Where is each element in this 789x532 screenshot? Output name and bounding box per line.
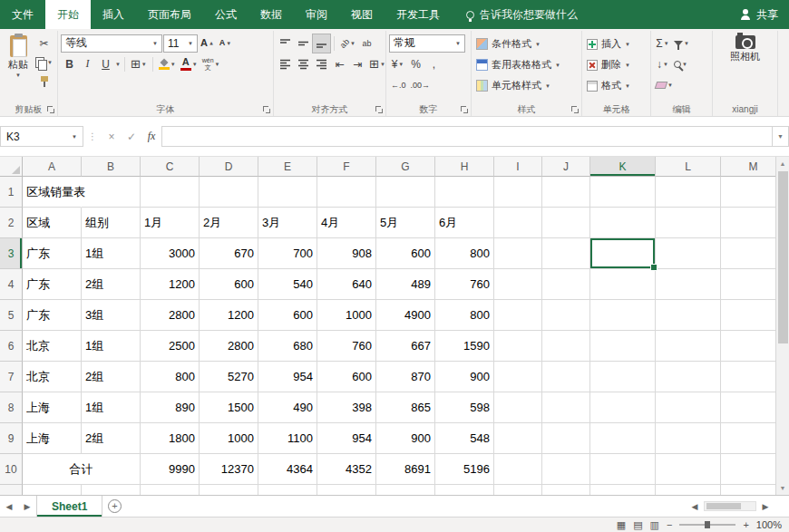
cell-B7[interactable]: 2组 <box>82 362 141 392</box>
conditional-formatting-button[interactable]: 条件格式▼ <box>474 34 542 53</box>
horizontal-scrollbar-thumb[interactable] <box>706 503 741 509</box>
cell-E9[interactable]: 1100 <box>258 423 317 454</box>
cell-C7[interactable]: 800 <box>141 362 200 392</box>
column-header-L[interactable]: L <box>656 157 721 177</box>
share-button[interactable]: 共享 <box>740 0 789 29</box>
scroll-down-icon[interactable]: ▼ <box>780 482 786 494</box>
cell-J11[interactable] <box>542 485 590 495</box>
cell-F11[interactable] <box>317 485 376 495</box>
cell-F10[interactable]: 4352 <box>317 454 376 485</box>
cell-A9[interactable]: 上海 <box>23 423 82 454</box>
zoom-out-button[interactable]: − <box>667 520 672 530</box>
cell-J1[interactable] <box>542 177 590 208</box>
cell-E4[interactable]: 540 <box>258 269 317 300</box>
cell-J9[interactable] <box>542 423 590 454</box>
align-right-button[interactable] <box>313 55 330 73</box>
cell-C1[interactable] <box>141 177 200 208</box>
align-middle-button[interactable] <box>295 34 312 53</box>
column-header-C[interactable]: C <box>141 157 200 177</box>
cell-B2[interactable]: 组别 <box>82 208 141 238</box>
cell-K1[interactable] <box>590 177 656 208</box>
row-header-1[interactable]: 1 <box>0 177 23 208</box>
cell-G7[interactable]: 870 <box>376 362 435 392</box>
cell-A5[interactable]: 广东 <box>23 300 82 331</box>
name-box[interactable]: K3 ▼ <box>0 126 83 147</box>
zoom-slider[interactable] <box>679 524 735 526</box>
column-header-F[interactable]: F <box>317 157 376 177</box>
cell-C11[interactable] <box>141 485 200 495</box>
comma-style-button[interactable]: , <box>425 55 443 73</box>
align-center-button[interactable] <box>295 55 312 73</box>
number-format-select[interactable]: 常规 ▼ <box>389 34 465 53</box>
cell-H4[interactable]: 760 <box>435 269 494 300</box>
cell-E11[interactable] <box>258 485 317 495</box>
cell-C2[interactable]: 1月 <box>141 208 200 238</box>
cell-L3[interactable] <box>656 238 721 269</box>
cell-D6[interactable]: 2800 <box>200 331 258 362</box>
cell-M7[interactable] <box>721 362 775 392</box>
cell-L11[interactable] <box>656 485 721 495</box>
cell-G9[interactable]: 900 <box>376 423 435 454</box>
cell-K9[interactable] <box>590 423 656 454</box>
format-painter-button[interactable] <box>34 73 54 91</box>
column-header-B[interactable]: B <box>82 157 141 177</box>
column-header-J[interactable]: J <box>542 157 590 177</box>
tell-me-box[interactable]: 告诉我你想要做什么 <box>466 0 578 29</box>
column-header-H[interactable]: H <box>435 157 494 177</box>
tab-review[interactable]: 审阅 <box>294 0 339 29</box>
cell-M1[interactable] <box>721 177 775 208</box>
increase-indent-button[interactable]: ⇥ <box>349 55 366 73</box>
cell-H6[interactable]: 1590 <box>435 331 494 362</box>
cell-I11[interactable] <box>494 485 542 495</box>
cell-F8[interactable]: 398 <box>317 392 376 423</box>
clear-button[interactable]: ▼ <box>654 76 675 94</box>
cell-E8[interactable]: 490 <box>258 392 317 423</box>
fill-button[interactable]: ↓▼ <box>654 55 671 73</box>
cell-C8[interactable]: 890 <box>141 392 200 423</box>
paste-dropdown-icon[interactable]: ▼ <box>15 73 21 78</box>
column-header-M[interactable]: M <box>721 157 775 177</box>
cell-M5[interactable] <box>721 300 775 331</box>
wrap-text-button[interactable]: ab <box>358 34 375 53</box>
row-header-2[interactable]: 2 <box>0 208 23 238</box>
file-menu-button[interactable]: 文件 <box>0 0 45 29</box>
cell-H10[interactable]: 5196 <box>435 454 494 485</box>
tab-home[interactable]: 开始 <box>45 0 91 29</box>
cell-J10[interactable] <box>542 454 590 485</box>
cell-M2[interactable] <box>721 208 775 238</box>
cell-M6[interactable] <box>721 331 775 362</box>
cell-J6[interactable] <box>542 331 590 362</box>
cell-I4[interactable] <box>494 269 542 300</box>
formula-input[interactable] <box>161 126 773 147</box>
cell-B11[interactable] <box>82 485 141 495</box>
cell-L9[interactable] <box>656 423 721 454</box>
format-cells-button[interactable]: 格式▼ <box>585 76 632 95</box>
cell-E6[interactable]: 680 <box>258 331 317 362</box>
formula-bar-resize-handle[interactable]: ⋮ <box>83 131 102 141</box>
borders-button[interactable]: ⊞▼ <box>129 55 149 73</box>
sheet-tab-sheet1[interactable]: Sheet1 <box>36 496 102 517</box>
italic-button[interactable]: I <box>79 55 96 73</box>
cell-L4[interactable] <box>656 269 721 300</box>
sheet-nav-left-icon[interactable]: ◀ <box>0 496 18 517</box>
page-layout-view-button[interactable]: ▤ <box>633 520 642 530</box>
cell-H1[interactable] <box>435 177 494 208</box>
normal-view-button[interactable]: ▦ <box>617 520 626 530</box>
cell-I9[interactable] <box>494 423 542 454</box>
cell-B1[interactable] <box>82 177 141 208</box>
cell-C6[interactable]: 2500 <box>141 331 200 362</box>
scroll-left-icon[interactable]: ◀ <box>686 502 704 511</box>
vertical-scrollbar[interactable]: ▲ ▼ <box>775 157 789 495</box>
cell-A7[interactable]: 北京 <box>23 362 82 392</box>
cell-styles-button[interactable]: 单元格样式▼ <box>474 76 552 95</box>
cell-H3[interactable]: 800 <box>435 238 494 269</box>
cell-A3[interactable]: 广东 <box>23 238 82 269</box>
cell-K7[interactable] <box>590 362 656 392</box>
cell-M3[interactable] <box>721 238 775 269</box>
tab-view[interactable]: 视图 <box>339 0 385 29</box>
cell-C3[interactable]: 3000 <box>141 238 200 269</box>
decrease-indent-button[interactable]: ⇤ <box>331 55 348 73</box>
enter-button[interactable]: ✓ <box>122 126 141 147</box>
styles-dialog-launcher[interactable] <box>570 105 580 114</box>
cell-F3[interactable]: 908 <box>317 238 376 269</box>
